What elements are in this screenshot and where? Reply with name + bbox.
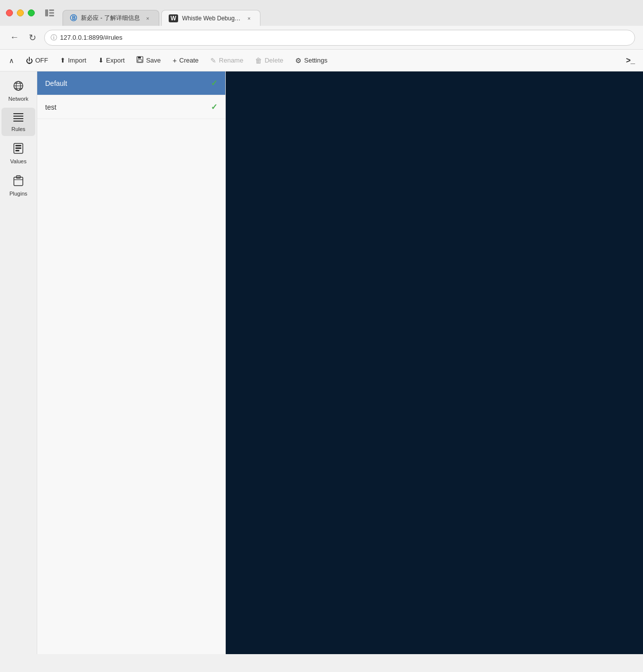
reload-button[interactable]: ↻ xyxy=(27,30,38,45)
collapse-button[interactable]: ∧ xyxy=(4,53,19,68)
bing-tab-label: 新必应 - 了解详细信息 xyxy=(81,14,140,22)
create-button[interactable]: + Create xyxy=(168,54,203,67)
svg-rect-18 xyxy=(15,147,21,149)
more-button[interactable]: >_ xyxy=(622,54,639,67)
title-bar: Ⓑ 新必应 - 了解详细信息 × W Whistle Web Debugger … xyxy=(0,0,643,26)
minimize-button[interactable] xyxy=(17,9,24,16)
plugins-label: Plugins xyxy=(9,191,27,197)
svg-rect-5 xyxy=(138,57,141,59)
traffic-lights xyxy=(6,9,35,16)
bing-tab-icon: Ⓑ xyxy=(70,14,77,23)
off-button[interactable]: ⏻ OFF xyxy=(21,54,53,67)
network-label: Network xyxy=(8,96,28,102)
rules-panel: Default ✓ test ✓ xyxy=(37,71,226,654)
bing-tab-close[interactable]: × xyxy=(144,14,152,22)
values-icon xyxy=(13,143,23,156)
svg-rect-6 xyxy=(138,60,142,62)
url-bar[interactable]: ⓘ 127.0.0.1:8899/#rules xyxy=(44,30,635,46)
settings-button[interactable]: ⚙ Settings xyxy=(290,54,332,67)
delete-label: Delete xyxy=(264,57,283,64)
close-button[interactable] xyxy=(6,9,13,16)
delete-icon: 🗑 xyxy=(255,57,262,65)
whistle-tab-icon: W xyxy=(169,14,178,22)
off-label: OFF xyxy=(35,57,48,64)
svg-rect-0 xyxy=(45,9,48,16)
address-bar: ← ↻ ⓘ 127.0.0.1:8899/#rules xyxy=(0,26,643,50)
create-label: Create xyxy=(179,57,198,64)
rules-label: Rules xyxy=(11,126,25,132)
svg-rect-2 xyxy=(49,12,54,14)
app-toolbar: ∧ ⏻ OFF ⬆ Import ⬇ Export Save + Cre xyxy=(0,50,643,71)
whistle-tab-close[interactable]: × xyxy=(245,14,253,22)
import-icon: ⬆ xyxy=(60,57,65,64)
sidebar-item-rules[interactable]: Rules xyxy=(1,108,35,136)
save-label: Save xyxy=(146,57,161,64)
values-label: Values xyxy=(10,158,27,164)
import-label: Import xyxy=(68,57,86,64)
whistle-tab-label: Whistle Web Debugger xyxy=(182,15,241,22)
url-text: 127.0.0.1:8899/#rules xyxy=(60,34,123,41)
sidebar-item-values[interactable]: Values xyxy=(1,138,35,168)
settings-label: Settings xyxy=(304,57,327,64)
off-icon: ⏻ xyxy=(26,57,33,65)
sidebar-item-plugins[interactable]: Plugins xyxy=(1,170,35,201)
export-label: Export xyxy=(106,57,125,64)
tabs-bar: Ⓑ 新必应 - 了解详细信息 × W Whistle Web Debugger … xyxy=(63,0,637,26)
rule-item-test[interactable]: test ✓ xyxy=(37,95,225,119)
network-icon xyxy=(13,80,24,94)
app-body: Network Rules xyxy=(0,71,643,654)
rule-test-name: test xyxy=(45,103,211,111)
rename-icon: ✎ xyxy=(210,57,216,65)
rule-default-name: Default xyxy=(45,79,211,87)
sidebar-nav: Network Rules xyxy=(0,71,37,654)
browser-window: Ⓑ 新必应 - 了解详细信息 × W Whistle Web Debugger … xyxy=(0,0,643,654)
info-icon: ⓘ xyxy=(51,33,57,42)
export-button[interactable]: ⬇ Export xyxy=(93,54,130,67)
svg-rect-17 xyxy=(15,145,21,146)
rule-default-check: ✓ xyxy=(211,78,217,88)
delete-button[interactable]: 🗑 Delete xyxy=(250,54,288,67)
save-button[interactable]: Save xyxy=(131,54,166,67)
back-button[interactable]: ← xyxy=(8,30,21,45)
save-icon xyxy=(136,56,143,65)
svg-rect-3 xyxy=(49,15,54,16)
svg-rect-1 xyxy=(49,9,54,11)
tab-bing[interactable]: Ⓑ 新必应 - 了解详细信息 × xyxy=(63,10,159,26)
svg-rect-19 xyxy=(15,150,19,151)
sidebar-toggle-button[interactable] xyxy=(43,6,57,20)
maximize-button[interactable] xyxy=(28,9,35,16)
rule-item-default[interactable]: Default ✓ xyxy=(37,71,225,95)
create-icon: + xyxy=(173,57,177,65)
rename-button[interactable]: ✎ Rename xyxy=(205,54,248,67)
plugins-icon xyxy=(13,175,23,189)
rename-label: Rename xyxy=(219,57,243,64)
export-icon: ⬇ xyxy=(98,57,104,64)
rule-test-check: ✓ xyxy=(211,102,217,112)
tab-whistle[interactable]: W Whistle Web Debugger × xyxy=(161,10,260,26)
import-button[interactable]: ⬆ Import xyxy=(55,54,91,67)
editor-panel[interactable] xyxy=(226,71,643,654)
sidebar-item-network[interactable]: Network xyxy=(1,75,35,106)
settings-icon: ⚙ xyxy=(295,57,302,65)
rules-icon xyxy=(13,113,23,124)
